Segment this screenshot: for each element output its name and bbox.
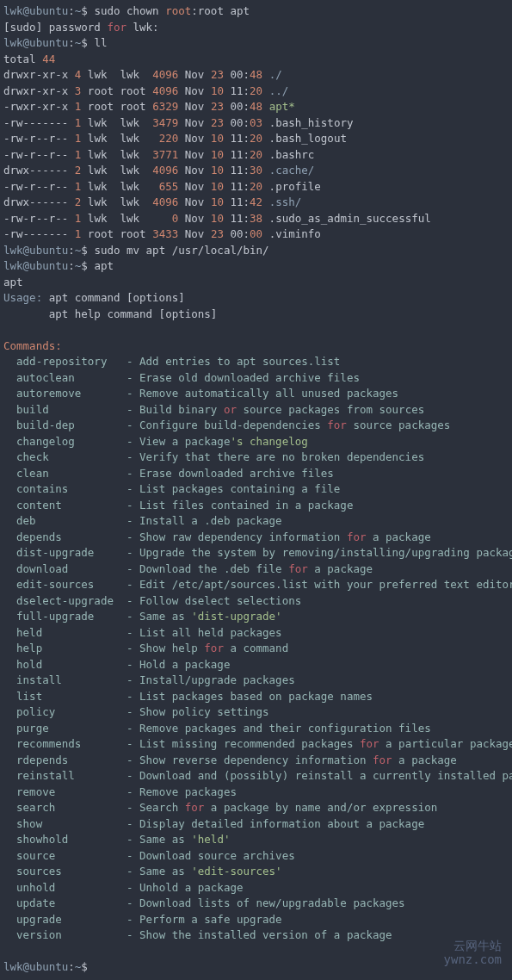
cmd-row: update - Download lists of new/upgradabl… — [3, 896, 509, 912]
apt-echo: apt — [3, 275, 509, 291]
cmd-row: dist-upgrade - Upgrade the system by rem… — [3, 545, 509, 561]
prompt-empty[interactable]: lwk@ubuntu:~$ — [3, 959, 509, 976]
cmd-row: recommends - List missing recommended pa… — [3, 736, 509, 753]
cmd-apt: lwk@ubuntu:~$ apt — [3, 258, 509, 275]
cmd-row: download - Download the .deb file for a … — [3, 561, 509, 578]
cmd-chown: lwk@ubuntu:~$ sudo chown root:root apt — [3, 3, 509, 20]
ll-total: total 44 — [3, 52, 509, 68]
ll-row: drwxr-xr-x 3 root root 4096 Nov 10 11:20… — [3, 84, 509, 100]
commands-header: Commands: — [3, 338, 509, 355]
cmd-row: edit-sources - Edit /etc/apt/sources.lis… — [3, 577, 509, 593]
cmd-row: purge - Remove packages and their config… — [3, 721, 509, 737]
cmd-row: sources - Same as 'edit-sources' — [3, 864, 509, 880]
cmd-row: help - Show help for a command — [3, 641, 509, 657]
cmd-row: unhold - Unhold a package — [3, 880, 509, 896]
cmd-row: content - List files contained in a pack… — [3, 498, 509, 514]
ll-row: -rw------- 1 lwk lwk 3479 Nov 23 00:03 .… — [3, 115, 509, 132]
cmd-row: autoremove - Remove automatically all un… — [3, 386, 509, 402]
ll-row: drwxr-xr-x 4 lwk lwk 4096 Nov 23 00:48 .… — [3, 67, 509, 84]
cmd-row: add-repository - Add entries to apt sour… — [3, 354, 509, 370]
cmd-row: deb - Install a .deb package — [3, 513, 509, 530]
ll-row: drwx------ 2 lwk lwk 4096 Nov 10 11:42 .… — [3, 195, 509, 211]
ll-row: -rw------- 1 root root 3433 Nov 23 00:00… — [3, 226, 509, 243]
cmd-row: changelog - View a package's changelog — [3, 434, 509, 450]
cmd-row: held - List all held packages — [3, 625, 509, 642]
cmd-row: showhold - Same as 'held' — [3, 832, 509, 848]
cmd-row: autoclean - Erase old downloaded archive… — [3, 370, 509, 387]
cmd-row: list - List packages based on package na… — [3, 689, 509, 705]
cmd-row: remove - Remove packages — [3, 785, 509, 801]
ll-row: -rw-r--r-- 1 lwk lwk 0 Nov 10 11:38 .sud… — [3, 211, 509, 227]
cmd-row: check - Verify that there are no broken … — [3, 450, 509, 466]
ll-row: -rw-r--r-- 1 lwk lwk 220 Nov 10 11:20 .b… — [3, 131, 509, 147]
cmd-row: policy - Show policy settings — [3, 704, 509, 721]
cmd-row: show - Display detailed information abou… — [3, 816, 509, 833]
cmd-row: search - Search for a package by name an… — [3, 800, 509, 816]
usage-line: Usage: apt command [options] — [3, 290, 509, 307]
ll-row: -rwxr-xr-x 1 root root 6329 Nov 23 00:48… — [3, 99, 509, 115]
cmd-row: install - Install/upgrade packages — [3, 673, 509, 689]
ll-row: -rw-r--r-- 1 lwk lwk 655 Nov 10 11:20 .p… — [3, 179, 509, 195]
cmd-row: build-dep - Configure build-dependencies… — [3, 418, 509, 434]
ll-row: drwx------ 2 lwk lwk 4096 Nov 10 11:30 .… — [3, 163, 509, 179]
ll-row: -rw-r--r-- 1 lwk lwk 3771 Nov 10 11:20 .… — [3, 147, 509, 164]
sudo-prompt: [sudo] password for lwk: — [3, 20, 509, 36]
cmd-mv: lwk@ubuntu:~$ sudo mv apt /usr/local/bin… — [3, 243, 509, 259]
cmd-row: clean - Erase downloaded archive files — [3, 466, 509, 482]
terminal[interactable]: lwk@ubuntu:~$ sudo chown root:root apt[s… — [3, 3, 509, 976]
cmd-row: depends - Show raw dependency informatio… — [3, 530, 509, 546]
cmd-row: dselect-upgrade - Follow dselect selecti… — [3, 593, 509, 610]
cmd-row: contains - List packages containing a fi… — [3, 481, 509, 498]
cmd-row: source - Download source archives — [3, 848, 509, 865]
cmd-row: reinstall - Download and (possibly) rein… — [3, 768, 509, 785]
cmd-ll: lwk@ubuntu:~$ ll — [3, 35, 509, 52]
cmd-row: full-upgrade - Same as 'dist-upgrade' — [3, 609, 509, 625]
cmd-row: version - Show the installed version of … — [3, 927, 509, 944]
usage-line2: apt help command [options] — [3, 307, 509, 323]
cmd-row: hold - Hold a package — [3, 657, 509, 673]
cmd-row: build - Build binary or source packages … — [3, 402, 509, 419]
watermark: 云网牛站 ywnz.com — [444, 939, 502, 966]
cmd-row: rdepends - Show reverse dependency infor… — [3, 753, 509, 769]
cmd-row: upgrade - Perform a safe upgrade — [3, 912, 509, 928]
